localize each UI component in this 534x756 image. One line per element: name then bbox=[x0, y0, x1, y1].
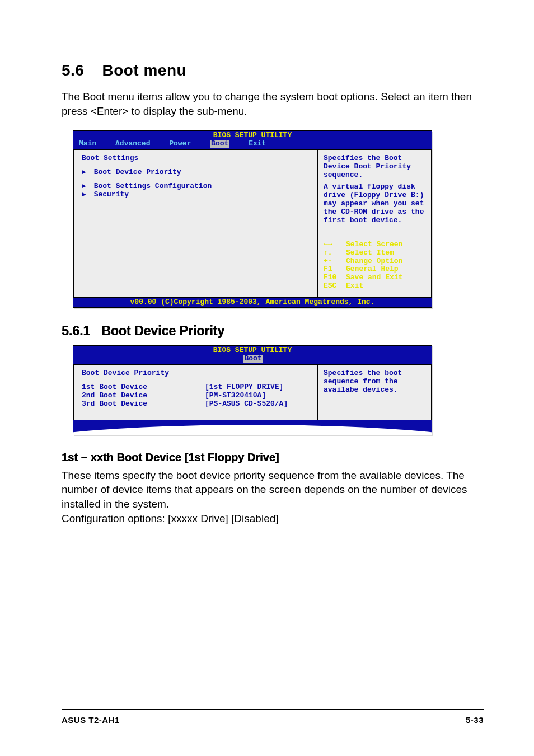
bios-left-heading: Boot Settings bbox=[82, 154, 312, 163]
bios-tab-bar: Main Advanced Power Boot Exit bbox=[73, 140, 432, 149]
bios-option-label: 3rd Boot Device bbox=[82, 400, 205, 408]
key-label: Select Item bbox=[346, 249, 394, 257]
bios-tab-advanced: Advanced bbox=[115, 140, 150, 148]
bios-menu-label: Security bbox=[94, 190, 129, 199]
bios-help-pane: Specifies the Boot Device Boot Priority … bbox=[317, 149, 432, 298]
bios-tab-bar: Boot bbox=[73, 355, 432, 364]
bios-help-text: Specifies the Boot Device Boot Priority … bbox=[324, 154, 427, 180]
key-label: Save and Exit bbox=[346, 274, 402, 282]
bios-option-label: 1st Boot Device bbox=[82, 383, 205, 392]
bios-option-row: 2nd Boot Device[PM-ST320410A] bbox=[82, 392, 312, 400]
triangle-icon: ▶ bbox=[82, 190, 86, 199]
item-description: These items specify the boot device prio… bbox=[62, 468, 484, 511]
section-title: Boot menu bbox=[102, 62, 186, 79]
bios-option-row: 1st Boot Device[1st FLOPPY DRIVE] bbox=[82, 383, 312, 392]
key-icon: ESC bbox=[324, 282, 346, 290]
bios-option-label: 2nd Boot Device bbox=[82, 392, 205, 400]
bios-key-legend: ←→Select Screen ↑↓Select Item +-Change O… bbox=[324, 241, 427, 291]
bios-help-text: A virtual floppy disk drive (Floppy Driv… bbox=[324, 183, 427, 225]
bios-left-pane: Boot Device Priority 1st Boot Device[1st… bbox=[73, 364, 317, 420]
bios-tab-boot: Boot bbox=[210, 140, 229, 148]
subsection-number: 5.6.1 bbox=[62, 323, 90, 339]
item-config-options: Configuration options: [xxxxx Drive] [Di… bbox=[62, 511, 484, 526]
key-icon: F10 bbox=[324, 274, 346, 282]
bios-title: BIOS SETUP UTILITY bbox=[73, 131, 432, 140]
bios-menu-label: Boot Settings Configuration bbox=[94, 182, 212, 190]
bios-option-value: [PM-ST320410A] bbox=[205, 392, 266, 400]
bios-tab-exit: Exit bbox=[249, 140, 266, 148]
bios-left-pane: Boot Settings ▶ Boot Device Priority ▶ B… bbox=[73, 149, 317, 298]
bios-menu-item: ▶ Boot Settings Configuration bbox=[82, 182, 312, 191]
triangle-icon: ▶ bbox=[82, 168, 86, 176]
bios-menu-item: ▶ Security bbox=[82, 191, 312, 199]
bios-menu-item: ▶ Boot Device Priority bbox=[82, 168, 312, 177]
page-tear-decoration bbox=[73, 420, 432, 435]
key-label: General Help bbox=[346, 265, 399, 274]
section-heading: 5.6Boot menu bbox=[62, 62, 484, 79]
bios-screen-boot-menu: BIOS SETUP UTILITY Main Advanced Power B… bbox=[73, 130, 432, 308]
intro-paragraph: The Boot menu items allow you to change … bbox=[62, 90, 484, 118]
key-icon: F1 bbox=[324, 265, 346, 274]
bios-option-row: 3rd Boot Device[PS-ASUS CD-S520/A] bbox=[82, 400, 312, 408]
bios-title: BIOS SETUP UTILITY bbox=[73, 346, 432, 355]
bios-menu-label: Boot Device Priority bbox=[94, 168, 181, 176]
subsection-heading: 5.6.1Boot Device Priority bbox=[62, 323, 484, 339]
key-label: Select Screen bbox=[346, 241, 402, 249]
bios-help-text: Specifies the boot sequence from the ava… bbox=[324, 369, 427, 395]
page-footer: ASUS T2-AH1 5-33 bbox=[62, 709, 484, 725]
bios-tab-main: Main bbox=[79, 140, 96, 148]
bios-option-value: [PS-ASUS CD-S520/A] bbox=[205, 400, 288, 408]
key-icon: ←→ bbox=[324, 241, 346, 249]
footer-left: ASUS T2-AH1 bbox=[62, 715, 120, 725]
bios-option-value: [1st FLOPPY DRIVE] bbox=[205, 383, 283, 392]
triangle-icon: ▶ bbox=[82, 182, 86, 190]
bios-tab-power: Power bbox=[169, 140, 191, 148]
bios-help-pane: Specifies the boot sequence from the ava… bbox=[317, 364, 432, 420]
key-label: Change Option bbox=[346, 257, 402, 266]
bios-tab-boot: Boot bbox=[243, 355, 263, 363]
footer-right: 5-33 bbox=[466, 715, 484, 725]
bios-screen-boot-priority: BIOS SETUP UTILITY Boot Boot Device Prio… bbox=[73, 345, 432, 435]
key-label: Exit bbox=[346, 282, 363, 290]
bios-footer: v00.00 (C)Copyright 1985-2003, American … bbox=[73, 298, 432, 307]
key-icon: ↑↓ bbox=[324, 249, 346, 257]
subsection-title: Boot Device Priority bbox=[101, 323, 224, 338]
bios-left-heading: Boot Device Priority bbox=[82, 369, 312, 378]
item-heading: 1st ~ xxth Boot Device [1st Floppy Drive… bbox=[62, 451, 484, 464]
section-number: 5.6 bbox=[62, 62, 84, 79]
key-icon: +- bbox=[324, 257, 346, 266]
